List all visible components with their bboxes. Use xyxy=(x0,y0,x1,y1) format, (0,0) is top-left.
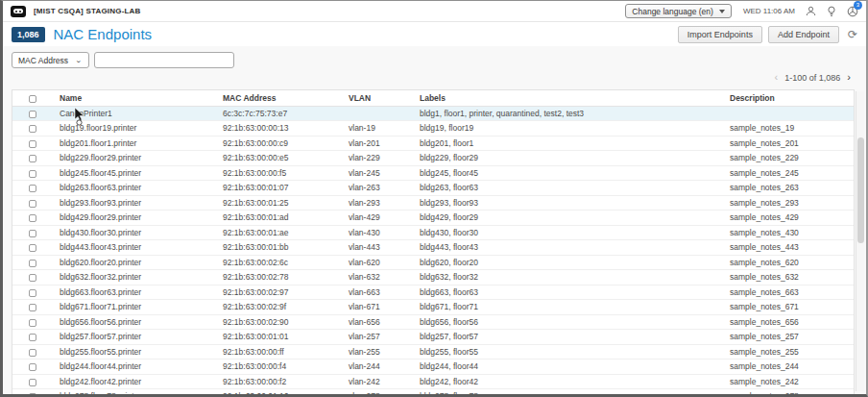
endpoint-labels: bldg263, floor63 xyxy=(412,181,722,196)
pagination-range: 1-100 of 1,086 xyxy=(784,73,840,83)
endpoint-mac: 92:1b:63:00:02:9f xyxy=(215,300,341,315)
endpoint-vlan: vlan-263 xyxy=(341,181,412,196)
table-row[interactable]: bldg245.floor45.printer92:1b:63:00:00:f5… xyxy=(12,165,854,181)
endpoint-mac: 92:1b:63:00:00:13 xyxy=(215,121,341,136)
endpoint-mac: 92:1b:63:00:01:16 xyxy=(215,389,341,395)
row-checkbox[interactable] xyxy=(29,155,36,162)
endpoint-name: bldg244.floor44.printer xyxy=(52,360,215,375)
endpoint-mac: 92:1b:63:00:02:97 xyxy=(215,285,341,300)
row-checkbox-cell xyxy=(12,136,52,151)
table-row[interactable]: bldg671.floor71.printer92:1b:63:00:02:9f… xyxy=(12,300,854,315)
row-checkbox[interactable] xyxy=(29,244,36,252)
row-checkbox[interactable] xyxy=(29,379,36,386)
table-row[interactable]: bldg244.floor44.printer92:1b:63:00:00:f4… xyxy=(12,360,854,375)
table-row[interactable]: bldg201.floor1.printer92:1b:63:00:00:c9v… xyxy=(12,136,854,151)
search-field-select[interactable]: MAC Address ⌄ xyxy=(12,52,89,68)
table-row[interactable]: bldg430.floor30.printer92:1b:63:00:01:ae… xyxy=(12,225,854,240)
table-row[interactable]: bldg663.floor63.printer92:1b:63:00:02:97… xyxy=(12,285,854,300)
row-checkbox[interactable] xyxy=(29,349,36,357)
endpoint-labels: bldg245, floor45 xyxy=(412,165,722,181)
row-checkbox-cell xyxy=(12,330,52,345)
language-select[interactable]: Change language (en) xyxy=(625,4,732,18)
endpoint-mac: 6c:3c:7c:75:73:e7 xyxy=(215,106,341,121)
endpoint-vlan: vlan-229 xyxy=(341,151,412,166)
row-checkbox[interactable] xyxy=(29,230,36,237)
page-prev-icon[interactable]: ‹ xyxy=(775,72,779,83)
table-row[interactable]: bldg293.floor93.printer92:1b:63:00:01:25… xyxy=(12,195,854,211)
vertical-scrollbar[interactable] xyxy=(856,91,864,391)
row-checkbox[interactable] xyxy=(29,289,36,297)
table-row[interactable]: bldg278.floor78.printer92:1b:63:00:01:16… xyxy=(12,389,854,395)
row-checkbox[interactable] xyxy=(29,111,36,118)
top-bar: [MIST CSQA] STAGING-LAB Change language … xyxy=(3,1,866,22)
endpoint-name: bldg663.floor63.printer xyxy=(52,285,215,300)
help-icon[interactable]: 3 xyxy=(847,6,858,17)
endpoint-description: sample_notes_443 xyxy=(722,240,854,256)
row-checkbox[interactable] xyxy=(29,363,36,371)
endpoint-name: bldg656.floor56.printer xyxy=(52,314,215,330)
row-checkbox[interactable] xyxy=(29,260,36,267)
row-checkbox[interactable] xyxy=(29,319,36,327)
chevron-down-icon: ⌄ xyxy=(75,57,83,63)
user-account-icon[interactable] xyxy=(806,6,816,16)
table-row[interactable]: bldg263.floor63.printer92:1b:63:00:01:07… xyxy=(12,181,854,196)
table-row[interactable]: bldg443.floor43.printer92:1b:63:00:01:bb… xyxy=(12,240,854,256)
endpoint-mac: 92:1b:63:00:00:f2 xyxy=(215,374,341,389)
table-row[interactable]: bldg429.floor29.printer92:1b:63:00:01:ad… xyxy=(12,211,854,226)
column-header-name[interactable]: Name xyxy=(52,90,215,106)
endpoint-name: bldg19.floor19.printer xyxy=(52,121,215,136)
endpoint-vlan: vlan-257 xyxy=(341,330,412,345)
row-checkbox-cell xyxy=(12,195,52,211)
add-endpoint-button[interactable]: Add Endpoint xyxy=(768,26,839,43)
language-select-value: Change language (en) xyxy=(632,7,713,16)
row-checkbox[interactable] xyxy=(29,170,36,178)
mist-logo-icon[interactable] xyxy=(11,6,26,17)
endpoint-vlan: vlan-430 xyxy=(341,225,412,240)
row-checkbox[interactable] xyxy=(29,393,36,394)
row-checkbox-cell xyxy=(12,344,52,360)
row-checkbox[interactable] xyxy=(29,334,36,341)
refresh-icon[interactable]: ⟳ xyxy=(848,29,857,40)
row-checkbox[interactable] xyxy=(29,200,36,208)
endpoint-vlan: vlan-244 xyxy=(341,360,412,375)
column-header-description[interactable]: Description xyxy=(722,90,854,106)
endpoint-labels: bldg242, floor42 xyxy=(412,374,722,389)
endpoint-name: bldg671.floor71.printer xyxy=(52,300,215,315)
column-header-vlan[interactable]: VLAN xyxy=(341,90,412,106)
row-checkbox[interactable] xyxy=(29,140,36,148)
column-header-labels[interactable]: Labels xyxy=(412,90,722,106)
endpoint-description: sample_notes_671 xyxy=(722,300,854,315)
table-row[interactable]: bldg19.floor19.printer92:1b:63:00:00:13v… xyxy=(12,121,854,136)
row-checkbox[interactable] xyxy=(29,274,36,282)
notification-badge: 3 xyxy=(854,1,862,10)
page-title: NAC Endpoints xyxy=(54,26,153,42)
row-checkbox[interactable] xyxy=(29,185,36,192)
table-row[interactable]: bldg229.floor29.printer92:1b:63:00:00:e5… xyxy=(12,151,854,166)
endpoint-labels: bldg443, floor43 xyxy=(412,240,722,256)
row-checkbox-cell xyxy=(12,240,52,256)
endpoint-description xyxy=(722,106,854,121)
endpoint-name: bldg201.floor1.printer xyxy=(52,136,215,151)
import-endpoints-button[interactable]: Import Endpoints xyxy=(678,26,762,43)
scrollbar-thumb[interactable] xyxy=(857,137,864,243)
table-row[interactable]: bldg632.floor32.printer92:1b:63:00:02:78… xyxy=(12,270,854,285)
table-row[interactable]: bldg656.floor56.printer92:1b:63:00:02:90… xyxy=(12,314,854,330)
column-header-mac[interactable]: MAC Address xyxy=(215,90,341,106)
row-checkbox[interactable] xyxy=(29,214,36,222)
table-row[interactable]: bldg242.floor42.printer92:1b:63:00:00:f2… xyxy=(12,374,854,389)
endpoint-labels: bldg244, floor44 xyxy=(412,360,722,375)
row-checkbox[interactable] xyxy=(29,304,36,311)
select-all-checkbox[interactable] xyxy=(29,95,36,103)
endpoint-mac: 92:1b:63:00:00:ff xyxy=(215,344,341,360)
search-input[interactable] xyxy=(94,52,234,68)
app-window: [MIST CSQA] STAGING-LAB Change language … xyxy=(0,0,868,397)
table-row[interactable]: CanonPrinter16c:3c:7c:75:73:e7bldg1, flo… xyxy=(12,106,854,121)
row-checkbox[interactable] xyxy=(29,125,36,133)
table-row[interactable]: bldg257.floor57.printer92:1b:63:00:01:01… xyxy=(12,330,854,345)
table-row[interactable]: bldg620.floor20.printer92:1b:63:00:02:6c… xyxy=(12,255,854,270)
endpoint-labels: bldg663, floor63 xyxy=(412,285,722,300)
lightbulb-icon[interactable] xyxy=(827,6,836,17)
table-row[interactable]: bldg255.floor55.printer92:1b:63:00:00:ff… xyxy=(12,344,854,360)
page-next-icon[interactable]: › xyxy=(847,72,851,83)
endpoint-description: sample_notes_245 xyxy=(722,165,854,181)
